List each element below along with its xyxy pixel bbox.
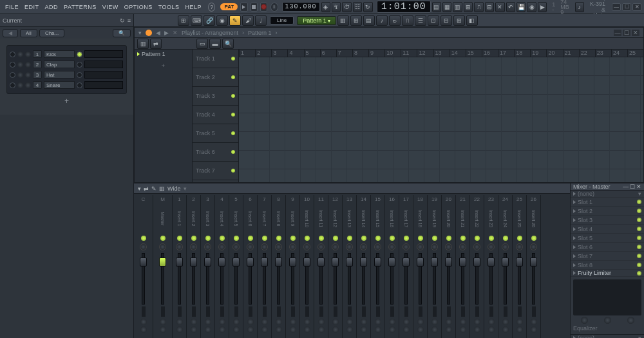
fader-cap[interactable]: [488, 258, 495, 267]
pan-knob[interactable]: [289, 243, 296, 250]
pan-knob[interactable]: [303, 243, 310, 250]
track-header[interactable]: Track 3: [193, 87, 238, 106]
fader-cap[interactable]: [247, 258, 254, 267]
menu-help[interactable]: HELP: [183, 3, 205, 12]
fx-enable-led[interactable]: [220, 236, 225, 241]
fx-enable-led[interactable]: [205, 236, 211, 241]
mute-led[interactable]: [10, 52, 15, 57]
wait-input-button[interactable]: ↯: [332, 2, 341, 12]
fx-enable-led[interactable]: [460, 236, 466, 241]
fader[interactable]: [142, 253, 145, 305]
mixer-tool-icon[interactable]: ✎: [151, 185, 156, 192]
slot-led[interactable]: [637, 245, 641, 249]
pan-knob[interactable]: [176, 243, 183, 250]
fx-enable-led[interactable]: [319, 236, 324, 241]
vol-knob[interactable]: [25, 62, 31, 68]
bar-marker[interactable]: 17: [498, 50, 514, 57]
playlist-ruler[interactable]: 1234567891011121314151617181920212223242…: [239, 50, 643, 57]
pat-song-switch[interactable]: PAT: [220, 3, 238, 10]
fader-cap[interactable]: [176, 258, 183, 267]
fader-cap[interactable]: [190, 258, 197, 267]
bar-marker[interactable]: 7: [336, 50, 352, 57]
fx-enable-led[interactable]: [191, 236, 196, 241]
fader[interactable]: [376, 253, 379, 305]
track-led[interactable]: [231, 131, 235, 135]
bar-marker[interactable]: 22: [579, 50, 595, 57]
overdub-button[interactable]: ☷: [353, 2, 362, 12]
step-seq[interactable]: [84, 81, 123, 89]
eq-mid-knob[interactable]: [604, 317, 611, 324]
send-knob[interactable]: [375, 319, 381, 325]
pan-knob[interactable]: [17, 72, 23, 78]
bar-marker[interactable]: 12: [417, 50, 433, 57]
send-knob[interactable]: [431, 326, 438, 333]
input-row[interactable]: (none) ▾: [571, 191, 644, 198]
fader-cap[interactable]: [159, 258, 166, 267]
fx-enable-led[interactable]: [489, 236, 494, 241]
fx-enable-led[interactable]: [276, 236, 281, 241]
track-header[interactable]: Track 4: [193, 106, 238, 124]
pl-tool2[interactable]: ⇄: [150, 39, 162, 49]
type-keyboard-button[interactable]: ⌨: [191, 15, 202, 26]
bar-marker[interactable]: 23: [595, 50, 611, 57]
bar-marker[interactable]: 2: [255, 50, 271, 57]
view-channels-button[interactable]: ⊞: [464, 2, 473, 12]
track-led[interactable]: [231, 57, 235, 61]
menu-options[interactable]: OPTIONS: [122, 3, 155, 12]
channel-row[interactable]: 3 Hat: [10, 70, 124, 79]
channel-name[interactable]: Snare: [44, 81, 75, 89]
fader[interactable]: [192, 253, 195, 305]
send-knob[interactable]: [474, 319, 480, 325]
pan-knob[interactable]: [402, 243, 410, 250]
send-knob[interactable]: [332, 319, 339, 325]
tool3-button[interactable]: ☰: [415, 15, 426, 26]
vol-knob[interactable]: [25, 72, 31, 78]
add-channel-button[interactable]: +: [6, 94, 127, 108]
send-knob[interactable]: [261, 326, 268, 333]
tool1-button[interactable]: ⎄: [389, 15, 401, 26]
fx-enable-led[interactable]: [234, 236, 239, 241]
view-piano-button[interactable]: ▥: [453, 2, 462, 12]
send-knob[interactable]: [389, 326, 395, 333]
send-knob[interactable]: [488, 319, 495, 325]
insert-strip[interactable]: 15 Insert 15: [371, 195, 385, 338]
insert-strip[interactable]: 3 Insert 3: [201, 195, 215, 338]
fader-cap[interactable]: [431, 258, 438, 267]
pan-knob[interactable]: [530, 243, 537, 250]
channel-num[interactable]: 1: [33, 50, 42, 58]
fader-cap[interactable]: [218, 258, 225, 267]
fader[interactable]: [206, 253, 209, 305]
save-button[interactable]: 💾: [516, 2, 526, 12]
mixer-min[interactable]: —: [623, 183, 629, 190]
snap-selector[interactable]: Line: [270, 16, 294, 24]
fader-cap[interactable]: [289, 258, 296, 267]
slot-led[interactable]: [637, 218, 641, 222]
insert-strip[interactable]: 4 Insert 4: [215, 195, 229, 338]
insert-strip[interactable]: 16 Insert 16: [385, 195, 399, 338]
fx-enable-led[interactable]: [262, 236, 267, 241]
pl-zoom2[interactable]: ▬: [209, 39, 221, 49]
fader[interactable]: [305, 253, 308, 305]
slot-led[interactable]: [637, 263, 641, 267]
bar-marker[interactable]: 1: [239, 50, 255, 57]
playlist-minimize[interactable]: —: [614, 30, 621, 36]
channel-num[interactable]: 3: [33, 71, 42, 79]
send-knob[interactable]: [516, 319, 523, 325]
bar-marker[interactable]: 19: [530, 50, 546, 57]
pan-knob[interactable]: [360, 243, 367, 250]
fader[interactable]: [404, 253, 408, 305]
fx-enable-led[interactable]: [503, 236, 508, 241]
pan-knob[interactable]: [388, 243, 395, 250]
tool2-button[interactable]: ⎍: [402, 15, 413, 26]
view-mixer-button[interactable]: ⎍: [474, 2, 483, 12]
track-header[interactable]: Track 7: [193, 162, 238, 180]
insert-strip[interactable]: 25 Insert 25: [513, 195, 527, 338]
pan-knob[interactable]: [516, 243, 523, 250]
channel-num[interactable]: 4: [33, 81, 42, 89]
brush-tool[interactable]: 🖌: [242, 15, 254, 26]
limiter-slot[interactable]: Fruity Limiter: [571, 270, 644, 277]
live-button[interactable]: ◉: [216, 15, 228, 26]
insert-strip[interactable]: 6 Insert 6: [243, 195, 258, 338]
pan-knob[interactable]: [417, 243, 424, 250]
send-knob[interactable]: [318, 319, 325, 325]
